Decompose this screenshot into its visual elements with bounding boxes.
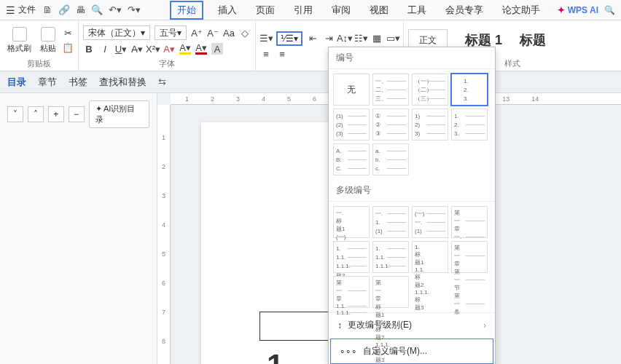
save-icon[interactable]: 🗎 — [43, 4, 52, 15]
numbering-option[interactable]: 1)2)3) — [412, 108, 448, 141]
grow-font-icon[interactable]: A⁺ — [191, 27, 203, 39]
tab-tools[interactable]: 工具 — [403, 1, 431, 20]
shrink-font-icon[interactable]: A⁻ — [207, 27, 219, 39]
multilevel-option[interactable]: 第一章 标题11.1. 标题21.1.1. 标题3 — [372, 276, 409, 308]
list-number-text: 1. — [267, 348, 292, 364]
subtab-bookmark[interactable]: 书签 — [69, 76, 87, 89]
cut-icon[interactable]: ✂ — [62, 27, 74, 39]
align-left-icon[interactable]: ≡ — [260, 49, 272, 60]
numbering-section-title: 编号 — [329, 47, 495, 69]
ai-toc-button[interactable]: ✦ AI识别目录 — [89, 100, 149, 128]
numbering-option[interactable]: 1.2.3. — [451, 108, 488, 141]
italic-icon[interactable]: I — [99, 43, 111, 55]
collapse-button[interactable]: ˅ — [7, 106, 23, 122]
print-icon[interactable]: 🖶 — [76, 4, 85, 15]
bold-icon[interactable]: B — [83, 43, 95, 55]
change-case-icon[interactable]: Aa — [223, 27, 235, 39]
copy-icon[interactable]: 📋 — [62, 41, 74, 53]
redo-icon[interactable]: ↷▾ — [128, 4, 141, 15]
char-shading-icon[interactable]: A — [211, 43, 223, 55]
clear-format-icon[interactable]: ◇ — [239, 27, 251, 39]
share-icon[interactable]: 🔗 — [58, 4, 70, 15]
tab-view[interactable]: 视图 — [365, 1, 393, 20]
multilevel-option[interactable]: 第一章第一节第一条 — [451, 241, 488, 273]
sort-icon[interactable]: ☷▾ — [355, 33, 367, 44]
outdent-icon[interactable]: ⇤ — [307, 33, 319, 44]
tab-page[interactable]: 页面 — [251, 1, 279, 20]
multilevel-option[interactable]: 一. 标题1(一) 标题21. 标题3 — [333, 206, 370, 238]
change-level-item[interactable]: ↕更改编号级别(E)› — [329, 312, 495, 337]
numbering-dropdown: 编号 无 一、二、三、 （一）（二）（三） 1.2.3. (1)(2)(3) ①… — [328, 47, 496, 364]
multilevel-option[interactable]: 1.1.1.1.1.1. — [372, 241, 409, 273]
clipboard-group-label: 剪贴板 — [4, 57, 74, 71]
wps-ai-button[interactable]: ✦ WPS AI — [558, 5, 598, 15]
file-menu[interactable]: 文件 — [18, 4, 36, 16]
align-center-icon[interactable]: ≡ — [276, 49, 288, 60]
custom-numbering-item[interactable]: ∘∘∘自定义编号(M)... — [330, 339, 493, 364]
subtab-find-replace[interactable]: 查找和替换 — [99, 76, 147, 89]
bullet-list-icon[interactable]: ☰▾ — [260, 33, 272, 44]
superscript-icon[interactable]: X²▾ — [147, 43, 159, 55]
subtab-toc[interactable]: 目录 — [7, 76, 26, 89]
undo-icon[interactable]: ↶▾ — [109, 4, 122, 15]
borders-icon[interactable]: ▦ — [371, 33, 383, 44]
remove-button[interactable]: − — [69, 106, 85, 122]
font-color-icon[interactable]: A▾ — [195, 43, 207, 55]
multilevel-section-title: 多级编号 — [329, 180, 495, 202]
preview-icon[interactable]: 🔍 — [91, 4, 103, 15]
text-direction-icon[interactable]: A↕▾ — [339, 33, 351, 44]
style-heading-partial[interactable]: 标题 — [520, 31, 546, 49]
text-effect-icon[interactable]: A▾ — [163, 43, 175, 55]
ribbon-tabs: 开始 插入 页面 引用 审阅 视图 工具 会员专享 论文助手 — [170, 1, 544, 20]
paste-button[interactable]: 粘贴 — [37, 25, 59, 55]
strike-icon[interactable]: A̶▾ — [131, 43, 143, 55]
expand-button[interactable]: ˄ — [28, 106, 44, 122]
font-name-select[interactable]: 宋体（正文）▾ — [83, 25, 150, 40]
multilevel-option[interactable]: 一.1.(1) — [372, 206, 409, 238]
font-group-label: 字体 — [83, 57, 251, 71]
numbering-option[interactable]: （一）（二）（三） — [412, 74, 448, 106]
numbering-option[interactable]: ①②③ — [372, 108, 409, 141]
vertical-ruler: 12345678 — [157, 105, 171, 364]
numbering-option-selected[interactable]: 1.2.3. — [451, 74, 488, 106]
font-size-select[interactable]: 五号▾ — [155, 25, 187, 40]
numbering-option[interactable]: 一、二、三、 — [372, 74, 409, 106]
hamburger-icon[interactable]: ☰ — [6, 4, 15, 16]
tab-home[interactable]: 开始 — [170, 1, 203, 20]
numbering-option[interactable]: (1)(2)(3) — [333, 108, 370, 141]
toc-pane: ˅ ˄ + − ✦ AI识别目录 — [0, 93, 157, 364]
tab-thesis[interactable]: 论文助手 — [498, 1, 544, 20]
numbering-none[interactable]: 无 — [333, 74, 370, 106]
indent-icon[interactable]: ⇥ — [323, 33, 335, 44]
tab-insert[interactable]: 插入 — [214, 1, 241, 20]
replace-icon[interactable]: ⇆ — [158, 76, 166, 87]
multilevel-option[interactable]: 1.1.1.1.1.1. — [333, 241, 370, 273]
multilevel-option[interactable]: 1. 标题11.1. 标题21.1.1. 标题3 — [412, 241, 448, 273]
numbered-list-icon[interactable]: ⅟☰▾ — [276, 31, 302, 46]
numbering-option[interactable]: A.B.C. — [333, 143, 370, 175]
search-icon[interactable]: 🔍 — [604, 5, 615, 15]
highlight-icon[interactable]: A▾ — [179, 43, 191, 55]
tab-reference[interactable]: 引用 — [289, 1, 317, 20]
tab-review[interactable]: 审阅 — [327, 1, 355, 20]
add-button[interactable]: + — [48, 106, 64, 122]
subtab-chapter[interactable]: 章节 — [38, 76, 57, 89]
tab-vip[interactable]: 会员专享 — [441, 1, 488, 20]
multilevel-option[interactable]: 第一章一.1. — [451, 206, 488, 238]
format-painter-button[interactable]: 格式刷 — [4, 25, 34, 55]
shading-icon[interactable]: ▭▾ — [387, 33, 399, 44]
underline-icon[interactable]: U▾ — [115, 43, 127, 55]
numbering-option[interactable]: a.b.c. — [372, 143, 409, 175]
multilevel-option[interactable]: (一)一.(1) — [412, 206, 448, 238]
multilevel-option[interactable]: 第一章1.1.1.1.1. — [333, 276, 370, 308]
